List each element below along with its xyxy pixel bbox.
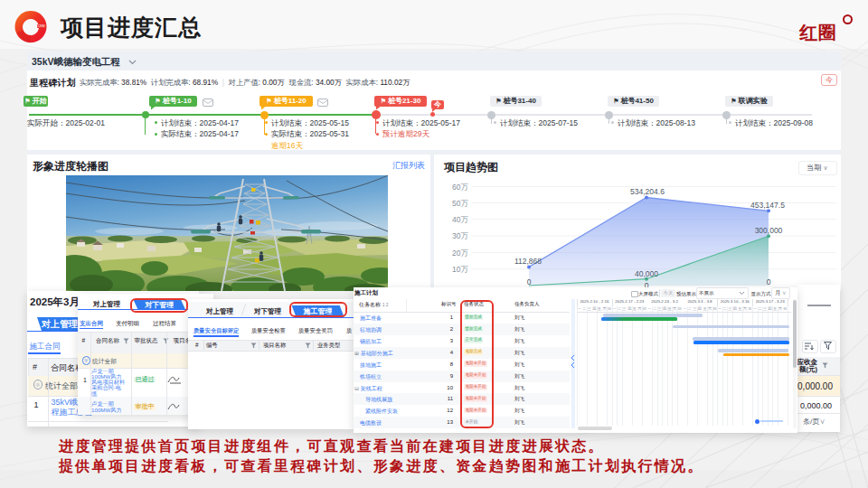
svg-text:0: 0 (767, 277, 771, 286)
svg-text:40万: 40万 (452, 215, 468, 224)
svg-text:CRM: CRM (38, 24, 45, 28)
svg-text:40,000: 40,000 (635, 269, 658, 278)
svg-text:30万: 30万 (452, 231, 468, 240)
svg-text:60万: 60万 (452, 183, 468, 192)
svg-text:300,000: 300,000 (755, 226, 783, 235)
svg-text:50万: 50万 (452, 199, 468, 208)
svg-text:10万: 10万 (452, 265, 468, 274)
svg-text:534,204.6: 534,204.6 (630, 187, 665, 196)
svg-text:453,147.5: 453,147.5 (750, 201, 785, 210)
svg-text:20万: 20万 (452, 249, 468, 258)
svg-text:112,868: 112,868 (514, 257, 542, 266)
svg-text:0: 0 (527, 277, 532, 286)
